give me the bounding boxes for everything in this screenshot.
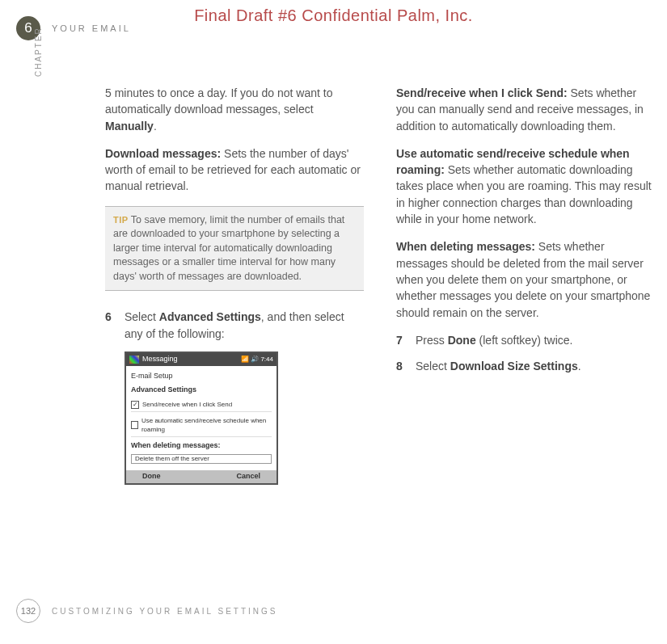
- step-7-num: 7: [396, 332, 406, 348]
- tip-box: TIP To save memory, limit the number of …: [105, 206, 364, 292]
- download-bold: Download messages:: [105, 147, 221, 160]
- step6-bold: Advanced Settings: [159, 310, 261, 323]
- ss-opt1-text: Send/receive when I click Send: [142, 400, 232, 410]
- footer-title: CUSTOMIZING YOUR EMAIL SETTINGS: [52, 607, 278, 616]
- send-receive-paragraph: Send/receive when I click Send: Sets whe…: [396, 85, 655, 134]
- ss-time: 7:44: [260, 356, 273, 363]
- ss-done-softkey: Done: [142, 471, 161, 482]
- step8-bold: Download Size Settings: [450, 360, 578, 373]
- checkbox-checked-icon: ✓: [131, 401, 139, 409]
- intro-text: 5 minutes to once a day. If you do not w…: [105, 86, 332, 116]
- ss-section: E-mail Setup: [131, 371, 272, 381]
- checkbox-empty-icon: [131, 421, 138, 429]
- step-8-text: Select Download Size Settings.: [416, 358, 655, 374]
- intro-end: .: [154, 120, 157, 133]
- step8-a: Select: [416, 360, 450, 373]
- tip-text: To save memory, limit the number of emai…: [113, 214, 344, 282]
- deleting-paragraph: When deleting messages: Sets whether mes…: [396, 238, 655, 320]
- device-screenshot: Messaging 📶 🔊 7:44 E-mail Setup Advanced…: [125, 351, 278, 485]
- right-column: Send/receive when I click Send: Sets whe…: [396, 85, 655, 485]
- ss-app-name: Messaging: [142, 354, 178, 364]
- intro-bold: Manually: [105, 120, 154, 133]
- page-footer: 132 CUSTOMIZING YOUR EMAIL SETTINGS: [16, 599, 278, 623]
- step7-a: Press: [416, 334, 448, 347]
- ss-softkeys: Done Cancel: [126, 470, 277, 483]
- del-bold: When deleting messages:: [396, 240, 535, 253]
- step-6-num: 6: [105, 309, 115, 342]
- step-7: 7 Press Done (left softkey) twice.: [396, 332, 655, 348]
- step-7-text: Press Done (left softkey) twice.: [416, 332, 655, 348]
- page-number: 132: [16, 599, 40, 623]
- ss-cancel-softkey: Cancel: [236, 471, 260, 482]
- ss-body: E-mail Setup Advanced Settings ✓ Send/re…: [126, 366, 277, 471]
- ss-titlebar: Messaging 📶 🔊 7:44: [126, 353, 277, 366]
- left-column: 5 minutes to once a day. If you do not w…: [105, 85, 364, 485]
- step6-a: Select: [125, 310, 159, 323]
- roaming-paragraph: Use automatic send/receive schedule when…: [396, 145, 655, 227]
- tip-label: TIP: [113, 215, 129, 225]
- chapter-side-label: CHAPTER: [34, 27, 43, 77]
- sr-bold: Send/receive when I click Send:: [396, 86, 568, 99]
- step8-b: .: [578, 360, 581, 373]
- step7-b: (left softkey) twice.: [476, 334, 573, 347]
- step7-bold: Done: [448, 334, 476, 347]
- step-8: 8 Select Download Size Settings.: [396, 358, 655, 374]
- ss-heading2: When deleting messages:: [131, 440, 272, 451]
- ss-option-2: Use automatic send/receive schedule when…: [131, 415, 272, 437]
- ss-option-1: ✓ Send/receive when I click Send: [131, 398, 272, 412]
- intro-paragraph: 5 minutes to once a day. If you do not w…: [105, 85, 364, 134]
- windows-icon: [129, 356, 139, 364]
- step-6-text: Select Advanced Settings, and then selec…: [125, 309, 364, 342]
- step-8-num: 8: [396, 358, 406, 374]
- step-6: 6 Select Advanced Settings, and then sel…: [105, 309, 364, 342]
- ss-heading: Advanced Settings: [131, 385, 272, 395]
- header-title: YOUR EMAIL: [52, 23, 131, 33]
- ss-opt2-text: Use automatic send/receive schedule when…: [141, 416, 272, 435]
- ss-dropdown: Delete them off the server: [131, 454, 272, 464]
- download-paragraph: Download messages: Sets the number of da…: [105, 145, 364, 195]
- content-area: 5 minutes to once a day. If you do not w…: [105, 85, 655, 485]
- ss-status: 📶 🔊 7:44: [241, 355, 273, 364]
